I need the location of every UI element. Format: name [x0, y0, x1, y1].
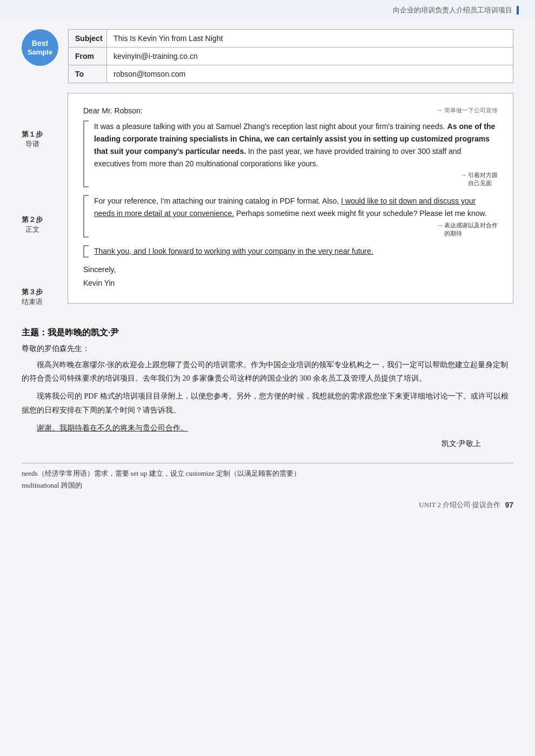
- email-body-section: Dear Mr. Robson: → 简单做一下公司宣传 It was a pl…: [68, 93, 513, 303]
- para2-annotation: → 表达感谢以及对合作的期待: [92, 221, 498, 238]
- greeting-ann-text: 简单做一下公司宣传: [444, 106, 498, 114]
- para1-ann-box: → 引着对方跟自己见面: [460, 171, 498, 187]
- logo-best: Best: [32, 39, 48, 48]
- logo-block: Best Sample: [22, 29, 58, 66]
- chinese-para2: 现将我公司的 PDF 格式的培训项目目录附上，以便您参考。另外，您方便的时候，我…: [22, 389, 513, 416]
- para2-ann-text: 表达感谢以及对合作的期待: [444, 221, 498, 238]
- step1-label: 第１步 导谱: [22, 130, 43, 149]
- step1-num: 第１步: [22, 130, 43, 139]
- to-row: To robson@tomson.com: [69, 65, 513, 83]
- top-header: 向企业的培训负责人介绍员工培训项目: [0, 0, 535, 19]
- header-text: 向企业的培训负责人介绍员工培训项目: [393, 5, 512, 15]
- page-footer: UNIT 2 介绍公司·提议合作 97: [0, 491, 535, 515]
- step2-label: 第２步 正文: [22, 215, 43, 234]
- chinese-para3-underline: 谢谢。我期待着在不久的将来与贵公司合作。: [37, 424, 188, 432]
- to-value: robson@tomson.com: [106, 65, 513, 83]
- chinese-salutation: 尊敬的罗伯森先生：: [22, 344, 513, 354]
- step3-label: 第３步 结束语: [22, 287, 43, 307]
- subject-label: Subject: [69, 30, 106, 47]
- chinese-para1: 很高兴昨晚在塞缪尔·张的欢迎会上跟您聊了贵公司的培训需求。作为中国企业培训的领军…: [22, 358, 513, 385]
- subject-row: Subject This Is Kevin Yin from Last Nigh…: [69, 30, 513, 48]
- ann1-arrow: →: [460, 171, 467, 179]
- chinese-para3: 谢谢。我期待着在不久的将来与贵公司合作。: [22, 421, 513, 435]
- email-header-section: Best Sample Subject This Is Kevin Yin fr…: [22, 29, 513, 83]
- vocab-line2: multinational 跨国的: [22, 480, 513, 491]
- para2-text: For your reference, I'm attaching our tr…: [92, 195, 498, 220]
- step2-sublabel: 正文: [22, 225, 43, 234]
- email-body-wrapper: 第１步 导谱 第２步 正文 第３步 结束语 Dear Mr. Robson: →: [22, 93, 513, 303]
- chinese-section: 主题：我是昨晚的凯文·尹 尊敬的罗伯森先生： 很高兴昨晚在塞缪尔·张的欢迎会上跟…: [0, 327, 535, 454]
- para1-bracket: [83, 120, 89, 187]
- arrow-icon: →: [436, 106, 443, 114]
- header-bar: [517, 6, 519, 15]
- main-content: Best Sample Subject This Is Kevin Yin fr…: [0, 19, 535, 327]
- para3-block: Thank you, and I look forward to working…: [83, 245, 498, 258]
- step3-num: 第３步: [22, 287, 43, 297]
- para1-ann-text: 引着对方跟自己见面: [468, 171, 498, 187]
- letter-closing: Sincerely, Kevin Yin: [83, 263, 498, 290]
- para3-underline: Thank you, and I look forward to working…: [94, 247, 373, 255]
- vocab-section: needs（经济学常用语）需求，需要 set up 建立，设立 customiz…: [22, 463, 513, 491]
- ann2-arrow: →: [437, 221, 443, 230]
- para2-block: For your reference, I'm attaching our tr…: [83, 195, 498, 237]
- step1-sublabel: 导谱: [22, 139, 43, 149]
- subject-value: This Is Kevin Yin from Last Night: [106, 30, 513, 47]
- para3-text: Thank you, and I look forward to working…: [92, 245, 498, 258]
- logo-sample: Sample: [28, 48, 52, 57]
- closing-text: Sincerely,: [83, 263, 498, 276]
- greeting-annotation: → 简单做一下公司宣传: [436, 106, 498, 114]
- from-value: kevinyin@i-training.co.cn: [106, 48, 513, 65]
- from-row: From kevinyin@i-training.co.cn: [69, 48, 513, 65]
- from-label: From: [69, 48, 106, 65]
- greeting-text: Dear Mr. Robson:: [83, 106, 143, 115]
- para1-annotation: → 引着对方跟自己见面: [92, 171, 498, 187]
- chinese-closing: 凯文·尹敬上: [22, 439, 513, 449]
- step3-sublabel: 结束语: [22, 297, 43, 307]
- email-fields: Subject This Is Kevin Yin from Last Nigh…: [68, 29, 513, 83]
- to-label: To: [69, 65, 106, 83]
- letter-greeting: Dear Mr. Robson: → 简单做一下公司宣传: [83, 106, 498, 115]
- para3-bracket: [83, 245, 89, 258]
- signature-text: Kevin Yin: [83, 276, 498, 290]
- step2-num: 第２步: [22, 215, 43, 225]
- para2-ann-box: → 表达感谢以及对合作的期待: [437, 221, 498, 238]
- para1-block: It was a pleasure talking with you at Sa…: [83, 120, 498, 187]
- para1-text: It was a pleasure talking with you at Sa…: [92, 120, 498, 170]
- vocab-line1: needs（经济学常用语）需求，需要 set up 建立，设立 customiz…: [22, 468, 513, 480]
- para2-bracket: [83, 195, 89, 237]
- chinese-title: 主题：我是昨晚的凯文·尹: [22, 327, 513, 339]
- footer-page-number: 97: [505, 501, 513, 509]
- footer-unit-text: UNIT 2 介绍公司·提议合作: [419, 500, 500, 510]
- page: 向企业的培训负责人介绍员工培训项目 Best Sample Subject Th…: [0, 0, 535, 756]
